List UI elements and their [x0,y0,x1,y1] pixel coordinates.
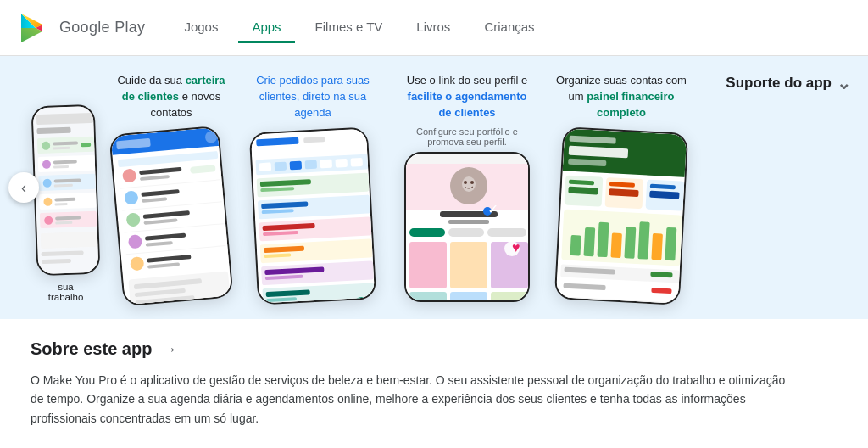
svg-rect-144 [637,221,649,260]
app-description-text: O Make You Pro é o aplicativo de gestão … [31,371,793,428]
svg-rect-112 [409,242,447,288]
section-title: Sobre este app [31,339,152,359]
phone-screen-2 [111,126,234,306]
svg-rect-146 [665,227,676,260]
card-4-subcaption: Configure seu portfólio e promova seu pe… [402,126,533,147]
nav-filmes[interactable]: Filmes e TV [302,13,397,43]
phone-mockup-5 [554,126,688,305]
logo-area: Google Play [17,10,145,46]
carousel-card-1: suatrabalho [34,73,97,302]
carousel-cards: suatrabalho Cuide da sua carteira de cli… [0,56,868,319]
nav-jogos[interactable]: Jogos [170,13,231,43]
svg-rect-109 [409,228,445,237]
section-title-arrow[interactable]: → [160,339,177,359]
card-1-caption: suatrabalho [48,282,84,302]
svg-text:✓: ✓ [487,202,498,216]
svg-rect-116 [450,292,487,302]
card-3-caption: Crie pedidos para suas clientes, direto … [253,73,372,121]
svg-rect-141 [597,221,609,257]
svg-rect-24 [41,232,98,249]
svg-rect-145 [651,232,663,260]
suporte-label: Suporte do app [726,75,832,92]
google-play-logo-icon [17,10,53,46]
phone-mockup-2 [108,125,233,306]
carousel-card-4: Use o link do seu perfil e facilite o ag… [391,73,543,302]
phone-screen-1 [33,106,101,277]
header: Google Play Jogos Apps Filmes e TV Livro… [0,0,868,56]
svg-rect-70 [320,159,333,168]
svg-rect-155 [648,303,670,305]
svg-rect-106 [448,220,489,224]
svg-rect-110 [448,228,484,237]
phone-mockup-3 [249,126,376,305]
svg-rect-2 [36,127,70,134]
svg-rect-111 [487,228,526,237]
svg-rect-71 [336,158,348,167]
suporte-app-button[interactable]: Suporte do app ⌄ [726,73,851,93]
svg-rect-67 [275,161,287,171]
svg-rect-72 [350,157,363,166]
svg-rect-139 [570,234,581,255]
svg-rect-97 [360,302,364,305]
svg-rect-69 [305,160,318,169]
phone-mockup-4: ✓ ♥ [404,152,530,302]
phone-screen-5 [554,128,688,305]
svg-rect-99 [406,154,530,164]
carousel-card-5: Organize suas contas com um painel finan… [554,73,689,302]
nav-livros[interactable]: Livros [403,13,464,43]
phone-screen-3 [251,128,376,305]
svg-point-103 [464,181,467,184]
svg-text:♥: ♥ [512,240,520,255]
svg-rect-113 [450,242,487,288]
main-nav: Jogos Apps Filmes e TV Livros Crianças [170,13,851,43]
svg-rect-68 [290,160,303,170]
card-1-caption-text: suatrabalho [48,282,84,302]
carousel-card-3: Crie pedidos para suas clientes, direto … [245,73,381,302]
section-title-row: Sobre este app → [31,339,837,359]
phone-screen-4: ✓ ♥ [406,154,530,302]
carousel-prev-button[interactable]: ‹ [8,172,39,203]
svg-point-104 [470,181,474,184]
svg-rect-117 [491,292,528,302]
phone-mockup-1 [31,104,101,276]
card-4-caption: Use o link do seu perfil e facilite o ag… [402,73,533,121]
svg-rect-56 [136,304,178,306]
svg-rect-1 [36,113,93,125]
nav-criancas[interactable]: Crianças [470,13,548,43]
svg-rect-7 [81,143,91,147]
logo-text: Google Play [59,19,145,36]
chevron-down-icon: ⌄ [837,73,851,93]
svg-rect-115 [409,292,447,302]
carousel-card-2: Cuide da sua carteira de clientes e novo… [108,73,235,302]
nav-apps[interactable]: Apps [238,13,294,43]
svg-point-102 [462,176,476,192]
svg-rect-19 [55,203,68,206]
svg-rect-66 [259,162,272,171]
app-description-section: Sobre este app → O Make You Pro é o apli… [0,319,868,445]
card-5-caption: Organize suas contas com um painel finan… [556,73,687,121]
svg-rect-11 [53,165,69,169]
chevron-left-icon: ‹ [21,179,26,197]
svg-rect-142 [610,232,622,258]
svg-rect-143 [624,227,636,259]
screenshot-carousel: ‹ Suporte do app ⌄ [0,56,868,319]
card-2-caption: Cuide da sua carteira de clientes e novo… [112,73,231,121]
svg-rect-140 [583,227,595,256]
